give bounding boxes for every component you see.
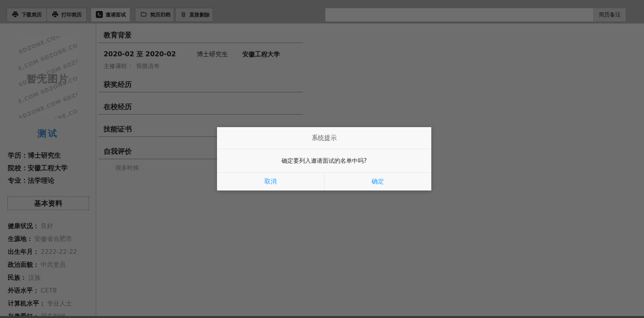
confirm-button[interactable]: 确定	[324, 173, 432, 190]
dialog-title: 系统提示	[217, 127, 431, 149]
cancel-button[interactable]: 取消	[217, 173, 324, 190]
dialog-message: 确定要列入邀请面试的名单中吗?	[217, 149, 431, 172]
confirm-dialog: 系统提示 确定要列入邀请面试的名单中吗? 取消 确定	[217, 127, 431, 190]
dialog-footer: 取消 确定	[217, 172, 431, 190]
resume-detail-page: 下载简历 打印简历 邀请面试 简历归档 直接	[0, 0, 644, 318]
